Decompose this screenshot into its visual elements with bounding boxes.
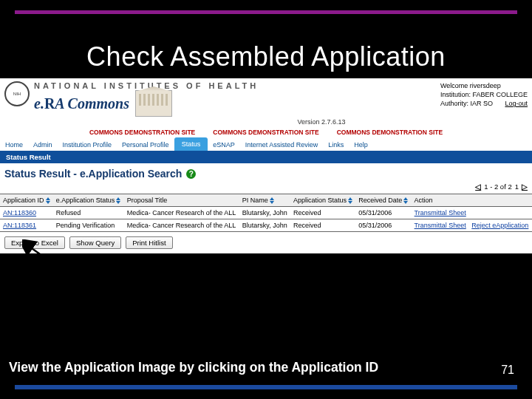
annotation-arrow-icon <box>22 239 170 343</box>
nih-seal-icon: NIH <box>4 81 30 106</box>
pager-last-icon[interactable]: ▷ <box>522 183 528 191</box>
authority-roles: IAR SO <box>470 100 493 107</box>
user-info: Welcome riversdeep Institution: FABER CO… <box>440 81 528 108</box>
cell-eapp-status: Refused <box>53 207 124 219</box>
col-application-id[interactable]: Application ID <box>0 194 53 207</box>
button-row: Export to Excel Show Query Print Hitlist <box>0 232 532 253</box>
col-app-status[interactable]: Application Status <box>290 194 355 207</box>
demo-banner: COMMONS DEMONSTRATION SITE COMMONS DEMON… <box>0 127 532 137</box>
slide-top-rule <box>15 10 517 14</box>
cell-title: Medica- Cancer Research of the ALL <box>124 207 239 219</box>
sort-icon[interactable] <box>270 197 274 204</box>
institution-name: FABER COLLEGE <box>472 91 528 98</box>
cell-date: 05/31/2006 <box>355 207 411 219</box>
action-transmittal-sheet[interactable]: Transmittal Sheet <box>415 209 466 216</box>
tab-home[interactable]: Home <box>0 138 28 151</box>
col-eapp-status[interactable]: e.Application Status <box>53 194 124 207</box>
action-reject-eapplication[interactable]: Reject eApplication <box>471 222 528 229</box>
building-icon <box>135 90 172 117</box>
cell-date: 05/31/2006 <box>355 219 411 232</box>
cell-pi: Blutarsky, John <box>239 207 290 219</box>
tab-status[interactable]: Status <box>174 137 208 151</box>
logo-block: NIH NATIONAL INSTITUTES OF HEALTH e.RA C… <box>4 81 259 117</box>
results-table: Application ID e.Application Status Prop… <box>0 194 532 232</box>
sub-nav-label: Status Result <box>0 151 532 163</box>
pager-page: 1 <box>515 183 519 191</box>
cell-status: Received <box>290 219 355 232</box>
version-text: Version 2.7.6.13 <box>0 117 532 127</box>
tab-links[interactable]: Links <box>323 138 349 151</box>
application-id-link[interactable]: AN:118361 <box>3 222 36 229</box>
help-icon[interactable]: ? <box>186 169 196 179</box>
cell-pi: Blutarsky, John <box>239 219 290 232</box>
show-query-button[interactable]: Show Query <box>69 236 121 249</box>
app-header: NIH NATIONAL INSTITUTES OF HEALTH e.RA C… <box>0 78 532 117</box>
sort-icon[interactable] <box>348 197 352 204</box>
print-hitlist-button[interactable]: Print Hitlist <box>126 236 172 249</box>
era-commons-screenshot: NIH NATIONAL INSTITUTES OF HEALTH e.RA C… <box>0 78 532 253</box>
cell-eapp-status: Pending Verification <box>53 219 124 232</box>
pager-range: 1 - 2 of 2 <box>484 183 512 191</box>
slide-caption: View the Application Image by clicking o… <box>9 360 378 375</box>
tab-admin[interactable]: Admin <box>28 138 58 151</box>
cell-status: Received <box>290 207 355 219</box>
section-title: Status Result - e.Application Search ? <box>0 163 532 181</box>
main-nav: Home Admin Institution Profile Personal … <box>0 137 532 151</box>
pager: ◁ 1 - 2 of 2 1 ▷ <box>0 181 532 194</box>
table-row: AN:118361 Pending Verification Medica- C… <box>0 219 532 232</box>
slide-title: Check Assembled Application <box>0 41 532 72</box>
action-transmittal-sheet[interactable]: Transmittal Sheet <box>415 222 466 229</box>
tab-esnap[interactable]: eSNAP <box>208 138 240 151</box>
sort-icon[interactable] <box>403 197 408 204</box>
slide-page-number: 71 <box>501 364 514 377</box>
table-row: AN:118360 Refused Medica- Cancer Researc… <box>0 207 532 219</box>
svg-line-0 <box>30 247 155 335</box>
tab-personal-profile[interactable]: Personal Profile <box>117 138 174 151</box>
col-received-date[interactable]: Received Date <box>355 194 411 207</box>
col-proposal-title[interactable]: Proposal Title <box>124 194 239 207</box>
app-logo-text: e.RA Commons <box>34 95 129 112</box>
slide-bottom-rule <box>15 385 517 389</box>
sort-icon[interactable] <box>46 197 50 204</box>
tab-help[interactable]: Help <box>349 138 373 151</box>
tab-iar[interactable]: Internet Assisted Review <box>240 138 324 151</box>
cell-title: Medica- Cancer Research of the ALL <box>124 219 239 232</box>
col-action: Action <box>412 194 532 207</box>
welcome-user: riversdeep <box>470 82 501 89</box>
table-header-row: Application ID e.Application Status Prop… <box>0 194 532 207</box>
logout-link[interactable]: Log-out <box>505 99 528 108</box>
sort-icon[interactable] <box>116 197 120 204</box>
application-id-link[interactable]: AN:118360 <box>3 209 36 216</box>
export-to-excel-button[interactable]: Export to Excel <box>4 236 65 249</box>
col-pi-name[interactable]: PI Name <box>239 194 290 207</box>
tab-institution-profile[interactable]: Institution Profile <box>58 138 117 151</box>
pager-first-icon[interactable]: ◁ <box>475 183 481 191</box>
